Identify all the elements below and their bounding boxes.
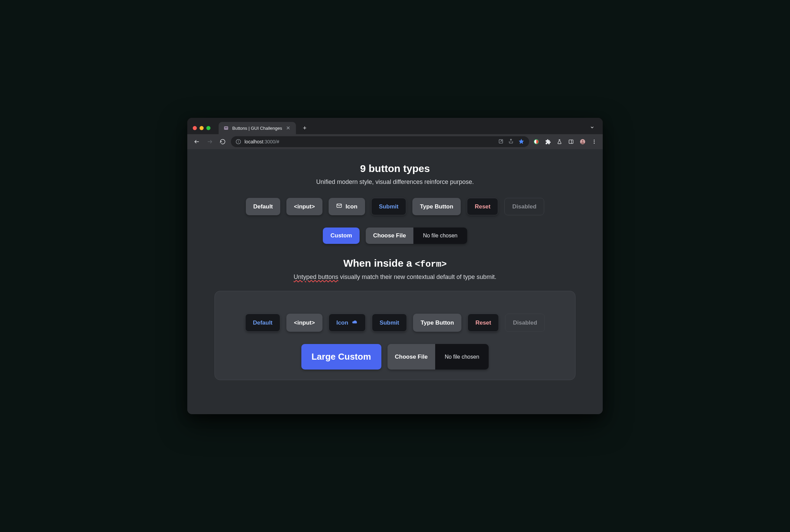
cloud-icon — [352, 319, 358, 327]
svg-rect-13 — [569, 140, 573, 144]
labs-flask-icon[interactable] — [556, 138, 563, 145]
browser-window: Buttons | GUI Challenges ✕ + localhost:3… — [187, 118, 603, 414]
form-button-row-2: Large Custom Choose File No file chosen — [225, 344, 565, 370]
form-choose-file-button[interactable]: Choose File — [388, 344, 435, 370]
disabled-button: Disabled — [504, 198, 544, 215]
submit-button[interactable]: Submit — [371, 198, 407, 215]
default-button[interactable]: Default — [246, 198, 281, 215]
section-form: When inside a <form> Untyped buttons vis… — [215, 257, 575, 380]
form-icon-button-label: Icon — [336, 319, 348, 326]
code-form-tag: <form> — [415, 259, 447, 269]
site-info-icon[interactable] — [236, 139, 241, 144]
subtitle-form: Untyped buttons visually match their new… — [215, 273, 575, 281]
input-button[interactable]: <input> — [286, 198, 322, 215]
back-button[interactable] — [192, 137, 202, 146]
svg-marker-10 — [519, 139, 524, 144]
form-icon-button[interactable]: Icon — [329, 314, 366, 332]
new-tab-button[interactable]: + — [300, 123, 309, 133]
button-row-1: Default <input> Icon Submit Type Button … — [215, 198, 575, 215]
menu-dots-icon[interactable] — [590, 138, 598, 145]
choose-file-button[interactable]: Choose File — [366, 228, 413, 244]
form-button-row-1: Default <input> Icon Submit Type Button … — [225, 314, 565, 332]
large-custom-button[interactable]: Large Custom — [301, 344, 381, 370]
type-button[interactable]: Type Button — [412, 198, 461, 215]
spellcheck-underline: Untyped buttons — [294, 273, 338, 280]
close-tab-button[interactable]: ✕ — [285, 124, 291, 132]
heading-form: When inside a <form> — [215, 257, 575, 269]
svg-point-16 — [582, 140, 584, 142]
button-row-2: Custom Choose File No file chosen — [215, 228, 575, 244]
svg-point-17 — [594, 140, 595, 141]
tabs-dropdown-button[interactable] — [587, 124, 597, 132]
tab-title: Buttons | GUI Challenges — [232, 126, 282, 131]
browser-toolbar: localhost:3000/# — [187, 134, 603, 149]
address-bar[interactable]: localhost:3000/# — [231, 136, 529, 147]
svg-rect-0 — [224, 126, 228, 130]
extension-icon[interactable] — [533, 138, 540, 145]
open-external-icon[interactable] — [498, 139, 504, 145]
form-submit-button[interactable]: Submit — [372, 314, 407, 332]
svg-point-2 — [226, 127, 227, 128]
icon-button-label: Icon — [346, 203, 358, 210]
browser-tab[interactable]: Buttons | GUI Challenges ✕ — [219, 122, 296, 134]
form-reset-button[interactable]: Reset — [468, 314, 499, 332]
form-disabled-button: Disabled — [505, 314, 545, 332]
file-status-text: No file chosen — [413, 228, 467, 244]
panel-icon[interactable] — [567, 138, 575, 145]
svg-point-19 — [594, 143, 595, 144]
bookmark-star-icon[interactable] — [518, 138, 524, 145]
form-file-status-text: No file chosen — [435, 344, 489, 370]
reset-button[interactable]: Reset — [467, 198, 498, 215]
custom-button[interactable]: Custom — [323, 228, 359, 244]
mail-icon — [336, 203, 342, 210]
forward-button[interactable] — [205, 137, 215, 146]
url-text: localhost:3000/# — [244, 139, 279, 144]
reload-button[interactable] — [218, 137, 227, 146]
icon-button[interactable]: Icon — [329, 198, 365, 215]
favicon-icon — [223, 125, 229, 131]
svg-point-7 — [238, 140, 239, 141]
form-type-button[interactable]: Type Button — [413, 314, 461, 332]
close-window-button[interactable] — [193, 126, 197, 130]
share-icon[interactable] — [508, 139, 514, 145]
form-input-button[interactable]: <input> — [286, 314, 322, 332]
maximize-window-button[interactable] — [206, 126, 210, 130]
section-button-types: 9 button types Unified modern style, vis… — [215, 163, 575, 244]
heading-button-types: 9 button types — [215, 163, 575, 174]
form-file-input[interactable]: Choose File No file chosen — [388, 344, 489, 370]
extensions-puzzle-icon[interactable] — [544, 138, 552, 145]
form-default-button[interactable]: Default — [245, 314, 281, 332]
window-controls — [193, 126, 210, 130]
page-content: 9 button types Unified modern style, vis… — [187, 149, 603, 414]
tab-bar: Buttons | GUI Challenges ✕ + — [187, 118, 603, 134]
profile-avatar-icon[interactable] — [579, 138, 586, 145]
file-input[interactable]: Choose File No file chosen — [366, 228, 467, 244]
svg-point-18 — [594, 141, 595, 142]
form-container: Default <input> Icon Submit Type Button … — [215, 291, 575, 380]
minimize-window-button[interactable] — [200, 126, 204, 130]
subtitle-button-types: Unified modern style, visual differences… — [215, 178, 575, 186]
svg-point-1 — [225, 127, 226, 128]
